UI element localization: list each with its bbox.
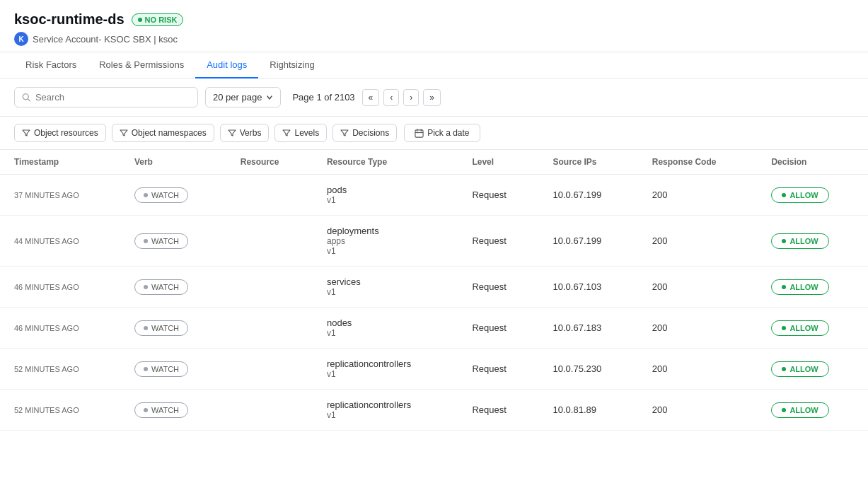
filter-levels-label: Levels xyxy=(294,128,319,138)
cell-timestamp: 37 MINUTES AGO xyxy=(0,175,120,216)
tab-audit-logs[interactable]: Audit logs xyxy=(195,52,258,78)
verb-dot-icon xyxy=(144,408,148,412)
cell-response-code: 200 xyxy=(638,267,758,308)
cell-resource-type: deploymentsappsv1 xyxy=(313,216,458,267)
tabs-nav: Risk Factors Roles & Permissions Audit l… xyxy=(0,52,868,78)
filter-verbs-label: Verbs xyxy=(240,128,262,138)
filter-icon xyxy=(282,129,291,137)
allow-badge: ALLOW xyxy=(771,320,828,336)
cell-resource xyxy=(226,216,313,267)
filter-object-resources-label: Object resources xyxy=(34,128,98,138)
allow-dot-icon xyxy=(782,239,786,243)
allow-dot-icon xyxy=(782,285,786,289)
verb-dot-icon xyxy=(144,285,148,289)
toolbar: 20 per page Page 1 of 2103 « ‹ › » xyxy=(0,78,868,117)
search-icon xyxy=(22,93,31,103)
svg-line-1 xyxy=(28,99,30,101)
filter-decisions-label: Decisions xyxy=(352,128,389,138)
table-row: 44 MINUTES AGOWATCHdeploymentsappsv1Requ… xyxy=(0,216,868,267)
col-source-ips: Source IPs xyxy=(539,150,638,175)
cell-resource xyxy=(226,175,313,216)
cell-resource-type: servicesv1 xyxy=(313,267,458,308)
col-decision: Decision xyxy=(757,150,868,175)
col-resource-type: Resource Type xyxy=(313,150,458,175)
filters-bar: Object resources Object namespaces Verbs… xyxy=(0,117,868,150)
last-page-button[interactable]: » xyxy=(423,89,441,106)
col-resource: Resource xyxy=(226,150,313,175)
cell-response-code: 200 xyxy=(638,308,758,349)
cell-verb: WATCH xyxy=(120,216,226,267)
allow-dot-icon xyxy=(782,326,786,330)
title-row: ksoc-runtime-ds NO RISK xyxy=(14,11,854,28)
col-timestamp: Timestamp xyxy=(0,150,120,175)
filter-icon xyxy=(228,129,236,137)
cell-response-code: 200 xyxy=(638,216,758,267)
cell-timestamp: 46 MINUTES AGO xyxy=(0,267,120,308)
k8s-icon: K xyxy=(14,32,28,46)
cell-timestamp: 46 MINUTES AGO xyxy=(0,308,120,349)
cell-resource-type: replicationcontrollersv1 xyxy=(313,349,458,390)
filter-levels[interactable]: Levels xyxy=(274,124,327,142)
cell-decision: ALLOW xyxy=(757,349,868,390)
cell-timestamp: 44 MINUTES AGO xyxy=(0,216,120,267)
tab-rightsizing[interactable]: Rightsizing xyxy=(258,52,326,78)
col-verb: Verb xyxy=(120,150,226,175)
per-page-label: 20 per page xyxy=(213,92,262,103)
cell-verb: WATCH xyxy=(120,175,226,216)
per-page-select[interactable]: 20 per page xyxy=(205,87,281,107)
table-row: 46 MINUTES AGOWATCHnodesv1Request10.0.67… xyxy=(0,308,868,349)
cell-resource-type: podsv1 xyxy=(313,175,458,216)
audit-logs-table-container: Timestamp Verb Resource Resource Type Le… xyxy=(0,150,868,431)
cell-source-ip: 10.0.81.89 xyxy=(539,390,638,431)
verb-dot-icon xyxy=(144,239,148,243)
cell-resource xyxy=(226,308,313,349)
subtitle-row: K Service Account- KSOC SBX | ksoc xyxy=(14,32,854,46)
filter-decisions[interactable]: Decisions xyxy=(332,124,397,142)
allow-dot-icon xyxy=(782,367,786,371)
cell-decision: ALLOW xyxy=(757,175,868,216)
filter-object-resources[interactable]: Object resources xyxy=(14,124,106,142)
allow-dot-icon xyxy=(782,193,786,197)
cell-verb: WATCH xyxy=(120,308,226,349)
cell-resource xyxy=(226,267,313,308)
next-page-button[interactable]: › xyxy=(403,89,419,106)
cell-timestamp: 52 MINUTES AGO xyxy=(0,349,120,390)
audit-logs-table: Timestamp Verb Resource Resource Type Le… xyxy=(0,150,868,431)
page-header: ksoc-runtime-ds NO RISK K Service Accoun… xyxy=(0,0,868,52)
filter-verbs[interactable]: Verbs xyxy=(220,124,270,142)
search-box[interactable] xyxy=(14,87,198,107)
cell-response-code: 200 xyxy=(638,390,758,431)
cell-source-ip: 10.0.67.199 xyxy=(539,216,638,267)
allow-badge: ALLOW xyxy=(771,279,828,295)
cell-verb: WATCH xyxy=(120,349,226,390)
cell-verb: WATCH xyxy=(120,267,226,308)
cell-level: Request xyxy=(458,308,538,349)
cell-decision: ALLOW xyxy=(757,308,868,349)
tab-risk-factors[interactable]: Risk Factors xyxy=(14,52,88,78)
app-title: ksoc-runtime-ds xyxy=(14,11,125,28)
date-picker-button[interactable]: Pick a date xyxy=(404,124,480,142)
cell-response-code: 200 xyxy=(638,175,758,216)
allow-badge: ALLOW xyxy=(771,233,828,249)
prev-page-button[interactable]: ‹ xyxy=(383,89,399,106)
filter-icon xyxy=(340,129,349,137)
filter-object-namespaces[interactable]: Object namespaces xyxy=(112,124,214,142)
table-row: 52 MINUTES AGOWATCHreplicationcontroller… xyxy=(0,349,868,390)
cell-decision: ALLOW xyxy=(757,267,868,308)
search-input[interactable] xyxy=(35,92,190,103)
tab-roles-permissions[interactable]: Roles & Permissions xyxy=(88,52,195,78)
filter-object-namespaces-label: Object namespaces xyxy=(132,128,207,138)
cell-decision: ALLOW xyxy=(757,216,868,267)
calendar-icon xyxy=(415,129,424,138)
cell-level: Request xyxy=(458,390,538,431)
cell-source-ip: 10.0.67.103 xyxy=(539,267,638,308)
cell-source-ip: 10.0.75.230 xyxy=(539,349,638,390)
first-page-button[interactable]: « xyxy=(362,89,380,106)
cell-resource-type: replicationcontrollersv1 xyxy=(313,390,458,431)
cell-resource-type: nodesv1 xyxy=(313,308,458,349)
cell-response-code: 200 xyxy=(638,349,758,390)
page-info: Page 1 of 2103 xyxy=(292,92,354,103)
allow-badge: ALLOW xyxy=(771,402,828,418)
date-picker-label: Pick a date xyxy=(427,128,469,138)
chevron-down-icon xyxy=(266,94,273,101)
